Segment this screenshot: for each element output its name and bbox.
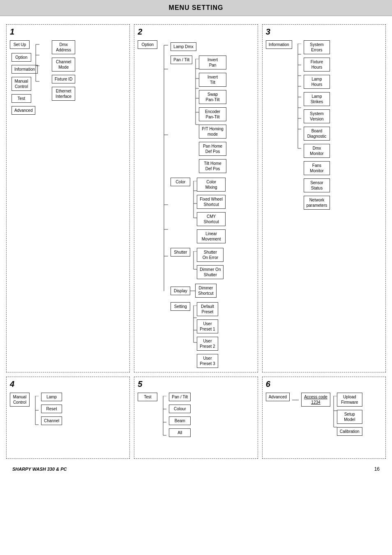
section-6-number: 6 — [266, 379, 270, 389]
s2-cmy-shortcut: CMYShortcut — [197, 212, 226, 226]
s3-fans-monitor: FansMonitor — [304, 161, 330, 175]
s2-user-preset-2: UserPreset 2 — [197, 337, 218, 351]
s2-user-preset-1: UserPreset 1 — [197, 319, 218, 333]
section-5: 5 Test Pan / Tilt Colour Beam All — [134, 377, 258, 459]
s2-invert-tilt: InvertTilt — [199, 73, 226, 87]
s6-setup-model: SetupModel — [337, 410, 362, 424]
s5-beam: Beam — [169, 416, 191, 425]
section-1-number: 1 — [10, 27, 14, 37]
s2-encoder-pan-tilt: EncoderPan-Tilt — [199, 107, 226, 121]
s2-dimmer-on-shutter: Dimmer OnShutter — [197, 265, 224, 279]
s2-pan-tilt: Pan / Tilt — [171, 56, 192, 64]
s3-lamp-hours: LampHours — [304, 75, 330, 89]
s3-board-diagnostic: BoardDiagnostic — [304, 127, 330, 141]
s4-channel: Channel — [41, 416, 62, 425]
s2-dimmer-shortcut: DimmerShortcut — [195, 284, 216, 298]
s6-calibration: Calibration — [337, 427, 362, 436]
s1-connector-svg — [32, 40, 39, 86]
section-5-content: Test Pan / Tilt Colour Beam All — [138, 393, 254, 437]
s1-root: Set Up — [10, 40, 30, 49]
section-6-content: Advanced Access code1234 — [266, 393, 382, 436]
s4-lamp: Lamp — [41, 393, 62, 401]
sections-grid: 1 Set Up Option Information ManualContro… — [6, 24, 386, 459]
section-1: 1 Set Up Option Information ManualContro… — [6, 24, 130, 372]
s1-option: Option — [12, 53, 31, 62]
s1-fixture-id: Fixture ID — [52, 75, 75, 83]
s2-lamp-dmx: Lamp Dmx — [171, 42, 196, 51]
section-3-content: Information — [266, 40, 382, 210]
s2-pantilt-connector — [192, 59, 199, 127]
s2-user-preset-3: UserPreset 3 — [197, 354, 218, 368]
s2-shutter-on-error: ShutterOn Error — [197, 248, 224, 262]
s2-setting-connector — [190, 305, 197, 345]
section-3-number: 3 — [266, 27, 270, 37]
s1-manual-control: ManualControl — [12, 77, 31, 91]
s3-information: Information — [266, 40, 292, 49]
footer-page-number: 16 — [374, 466, 380, 472]
s2-pt-homing-mode: P/T Homingmode — [199, 125, 226, 139]
s2-color-connector — [190, 181, 197, 220]
s2-color-mixing: ColorMixing — [197, 178, 226, 192]
s4-connector — [32, 396, 39, 427]
s4-reset: Reset — [41, 405, 62, 413]
s5-test: Test — [138, 393, 157, 401]
page-title: MENU SETTING — [0, 4, 392, 12]
s2-invert-pan: InvertPan — [199, 56, 226, 69]
footer-left-text: SHARPY WASH 330 & PC — [12, 467, 67, 472]
s2-main-connector — [160, 40, 168, 295]
section-4: 4 ManualControl Lamp Reset Channel — [6, 377, 130, 459]
s5-connector — [160, 396, 166, 437]
page-wrapper: MENU SETTING 1 Set Up Option Information — [0, 0, 392, 479]
s2-option: Option — [138, 40, 157, 49]
s4-manual-control: ManualControl — [10, 393, 30, 407]
s5-pan-tilt: Pan / Tilt — [169, 393, 191, 401]
s3-system-version: SystemVersion — [304, 109, 330, 123]
s3-lamp-strikes: LampStrikes — [304, 92, 330, 106]
s5-colour: Colour — [169, 405, 191, 413]
s2-setting: Setting — [171, 302, 190, 311]
s3-fixture-hours: FixtureHours — [304, 58, 330, 72]
s2-shutter-connector — [190, 251, 197, 271]
s2-default-preset: DefaultPreset — [197, 302, 218, 316]
section-3: 3 Information — [262, 24, 386, 372]
main-content: 1 Set Up Option Information ManualContro… — [0, 16, 392, 479]
s1-dmx-address: DmxAddress — [52, 40, 75, 54]
s2-display: Display — [171, 287, 190, 295]
s1-test: Test — [12, 94, 31, 103]
section-5-number: 5 — [138, 379, 142, 389]
section-2: 2 Option — [134, 24, 258, 372]
s6-upload-firmware: UploadFirmware — [337, 393, 362, 407]
s3-sensor-status: SensorStatus — [304, 178, 330, 192]
section-4-content: ManualControl Lamp Reset Channel — [10, 393, 126, 427]
s2-pan-home-def-pos: Pan HomeDef Pos — [199, 142, 226, 156]
s2-shutter: Shutter — [171, 248, 190, 257]
s2-tilt-home-def-pos: Tilt HomeDef Pos — [199, 159, 226, 173]
page-header: MENU SETTING — [0, 0, 392, 16]
s2-linear-movement: LinearMovement — [197, 229, 226, 243]
footer: SHARPY WASH 330 & PC 16 — [6, 463, 386, 475]
s6-adv-connector — [292, 397, 299, 403]
s3-system-errors: SystemErrors — [304, 40, 330, 54]
s1-advanced: Advanced — [12, 106, 35, 115]
s1-channel-mode: ChannelMode — [52, 58, 75, 72]
s3-network-parameters: Networkparameters — [304, 196, 330, 210]
s6-access-connector — [330, 396, 337, 429]
section-1-content: Set Up Option Information ManualControl … — [10, 40, 126, 115]
section-6: 6 Advanced Access code1234 — [262, 377, 386, 459]
s1-ethernet-interface: EthernetInterface — [52, 87, 75, 101]
s2-fixed-wheel-shortcut: Fixed WheelShortcut — [197, 195, 226, 209]
s3-connector — [295, 44, 301, 150]
s2-swap-pan-tilt: SwapPan-Tilt — [199, 90, 226, 104]
s3-dmx-monitor: DmxMonitor — [304, 144, 330, 158]
section-4-number: 4 — [10, 379, 14, 389]
s5-all: All — [169, 428, 191, 437]
section-2-number: 2 — [138, 27, 142, 37]
s6-access-code: Access code1234 — [301, 393, 330, 407]
s2-color: Color — [171, 178, 190, 186]
s6-advanced: Advanced — [266, 393, 290, 401]
section-2-content: Option — [138, 40, 254, 368]
